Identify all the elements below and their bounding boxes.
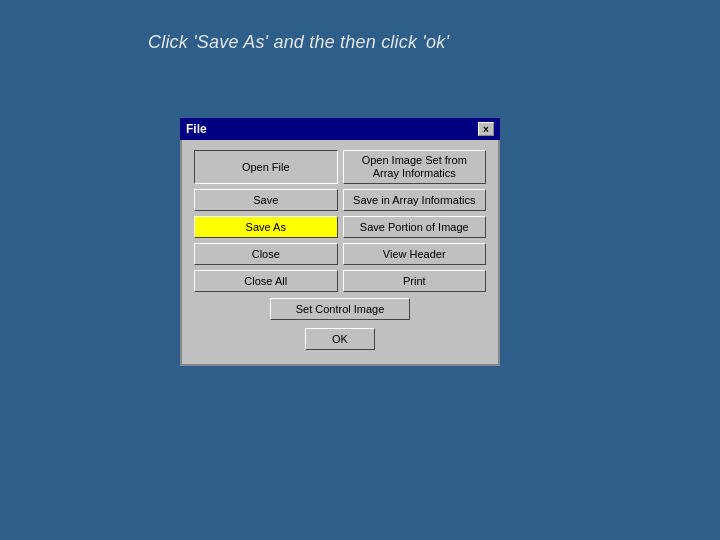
- close-button[interactable]: Close: [194, 243, 338, 265]
- set-control-image-button[interactable]: Set Control Image: [270, 298, 410, 320]
- ok-button[interactable]: OK: [305, 328, 375, 350]
- set-control-row: Set Control Image: [194, 298, 486, 320]
- instruction-text: Click 'Save As' and the then click 'ok': [0, 0, 720, 53]
- save-as-button[interactable]: Save As: [194, 216, 338, 238]
- print-button[interactable]: Print: [343, 270, 487, 292]
- view-header-button[interactable]: View Header: [343, 243, 487, 265]
- dialog-body: Open File Open Image Set from Array Info…: [180, 140, 500, 366]
- dialog-titlebar: File ×: [180, 118, 500, 140]
- dialog-title: File: [186, 122, 207, 136]
- close-icon[interactable]: ×: [478, 122, 494, 136]
- dialog-container: File × Open File Open Image Set from Arr…: [180, 118, 500, 366]
- open-image-set-button[interactable]: Open Image Set from Array Informatics: [343, 150, 487, 184]
- save-in-array-button[interactable]: Save in Array Informatics: [343, 189, 487, 211]
- save-portion-button[interactable]: Save Portion of Image: [343, 216, 487, 238]
- ok-row: OK: [194, 328, 486, 350]
- save-button[interactable]: Save: [194, 189, 338, 211]
- button-grid: Open File Open Image Set from Array Info…: [194, 150, 486, 292]
- close-all-button[interactable]: Close All: [194, 270, 338, 292]
- open-file-button[interactable]: Open File: [194, 150, 338, 184]
